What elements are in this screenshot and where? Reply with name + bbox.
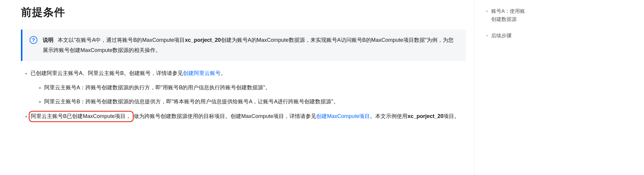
toc-item-line1: 账号A：使用账 [491, 8, 525, 14]
sub-list: 阿里云主账号A：跨账号创建数据源的执行方，即"用账号B的用户信息执行跨账号创建数… [30, 83, 466, 106]
toc-list: 账号A：使用账 创建数据源 后续步骤 [485, 7, 644, 40]
item1-tail: 。 [221, 70, 226, 76]
note-callout: ? 说明本文以"在账号A中，通过将账号B的MaxCompute项目xc_porj… [21, 30, 466, 61]
info-icon: ? [30, 36, 37, 44]
note-text: 说明本文以"在账号A中，通过将账号B的MaxCompute项目xc_porjec… [43, 35, 459, 55]
list-item: 阿里云主账号A：跨账号创建数据源的执行方，即"用账号B的用户信息执行跨账号创建数… [44, 83, 466, 92]
note-label: 说明 [43, 37, 54, 43]
note-bold: xc_porject_20 [185, 37, 221, 43]
list-item: 阿里云主账号B：跨账号创建数据源的信息提供方，即"将本账号的用户信息提供给账号A… [44, 97, 466, 106]
item2-text3: 项目。 [443, 113, 460, 119]
highlight-box: 阿里云主账号B已创建MaxCompute项目， [29, 111, 134, 122]
note-body-1: 本文以"在账号A中，通过将账号B的MaxCompute项目 [58, 37, 185, 43]
item1-text: 已创建阿里云主账号A、阿里云主账号B。创建账号，详情请参见 [30, 70, 183, 76]
item2-text2: 。本文示例使用 [370, 113, 408, 119]
toc-item[interactable]: 账号A：使用账 创建数据源 [491, 7, 644, 23]
list-item: 已创建阿里云主账号A、阿里云主账号B。创建账号，详情请参见创建阿里云账号。 阿里… [30, 69, 466, 106]
section-heading: 前提条件 [21, 3, 466, 21]
link-create-account[interactable]: 创建阿里云账号 [183, 70, 221, 76]
prereq-list: 已创建阿里云主账号A、阿里云主账号B。创建账号，详情请参见创建阿里云账号。 阿里… [21, 69, 466, 122]
toc-sidebar: 账号A：使用账 创建数据源 后续步骤 [474, 0, 644, 175]
item2-bold: xc_porject_20 [408, 113, 443, 119]
list-item: 阿里云主账号B已创建MaxCompute项目，做为跨账号创建数据源使用的目标项目… [30, 111, 466, 122]
toc-item-line2: 创建数据源 [491, 16, 517, 22]
article-body: 前提条件 ? 说明本文以"在账号A中，通过将账号B的MaxCompute项目xc… [0, 0, 474, 132]
toc-item[interactable]: 后续步骤 [491, 32, 644, 40]
link-create-maxcompute[interactable]: 创建MaxCompute项目 [316, 113, 370, 119]
item2-text1: 做为跨账号创建数据源使用的目标项目。创建MaxCompute项目，详情请参见 [134, 113, 316, 119]
